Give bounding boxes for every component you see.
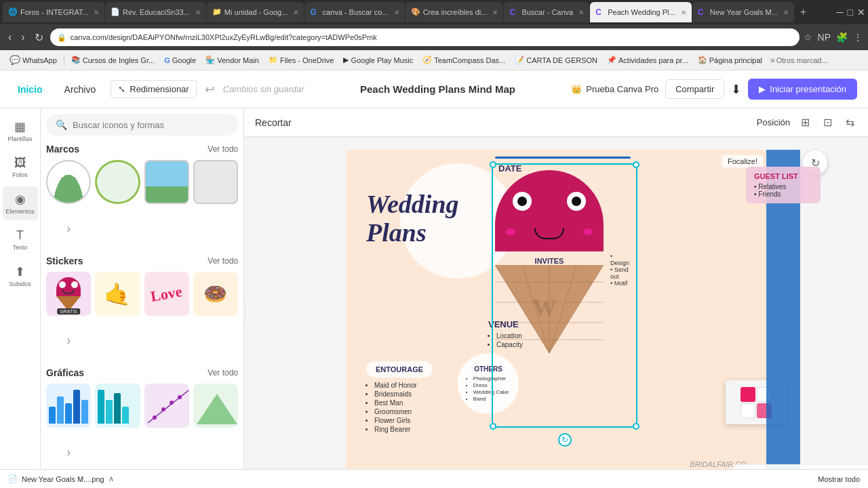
bookmark-teamcompass[interactable]: 🧭 TeamCompass Das... bbox=[418, 54, 509, 66]
puzzle-piece-3 bbox=[741, 403, 755, 418]
grafica-bar-2[interactable] bbox=[95, 384, 140, 428]
tab-3[interactable]: 📁 Mi unidad - Goog... ✕ bbox=[207, 2, 304, 22]
tab-5[interactable]: 🎨 Crea increíbles di... ✕ bbox=[406, 2, 504, 22]
rotate-handle[interactable]: ↻ bbox=[558, 433, 572, 447]
handle-br[interactable] bbox=[633, 423, 639, 430]
marcos-grid: › bbox=[46, 160, 238, 249]
search-input[interactable] bbox=[73, 120, 229, 130]
sticker-love[interactable]: Love bbox=[144, 272, 189, 316]
sidebar-item-elementos[interactable]: ◉ Elementos bbox=[3, 186, 38, 220]
tab-2-close[interactable]: ✕ bbox=[195, 9, 201, 16]
tab-3-close[interactable]: ✕ bbox=[293, 9, 298, 16]
reload-button[interactable]: ↻ bbox=[32, 30, 46, 45]
wedding-canvas[interactable]: Wedding Plans Focalize! DATE GUEST LIST … bbox=[346, 150, 766, 475]
search-icon: 🔍 bbox=[56, 119, 67, 130]
grid-icon[interactable]: ⊞ bbox=[798, 113, 812, 131]
elements-panel: 🔍 Marcos Ver todo › Stickers bbox=[41, 108, 244, 488]
browser-menu-icon[interactable]: ⋮ bbox=[853, 32, 863, 43]
bookmark-cursos[interactable]: 📚 Cursos de Ingles Gr... bbox=[67, 54, 159, 66]
bookmark-files[interactable]: 📁 Files - OneDrive bbox=[264, 54, 338, 66]
sidebar-item-plantillas[interactable]: ▦ Plantillas bbox=[3, 114, 38, 148]
bookmark-whatsapp[interactable]: 💬 WhatsApp bbox=[5, 54, 61, 66]
extensions-icon[interactable]: 🧩 bbox=[836, 32, 848, 43]
tab-6-close[interactable]: ✕ bbox=[578, 9, 584, 16]
marcos-ver-todo[interactable]: Ver todo bbox=[208, 144, 238, 154]
sidebar-item-texto[interactable]: T Texto bbox=[3, 223, 38, 256]
posicion-button[interactable]: Posición bbox=[757, 117, 790, 127]
marco-item-4[interactable] bbox=[193, 160, 238, 204]
actividades-icon: 📌 bbox=[607, 56, 616, 64]
tab-7-close[interactable]: ✕ bbox=[681, 9, 686, 16]
bookmarks-bar: 💬 WhatsApp 📚 Cursos de Ingles Gr... G Go… bbox=[0, 50, 868, 70]
marco-item-3[interactable] bbox=[144, 160, 189, 204]
grafica-scatter[interactable] bbox=[144, 384, 189, 428]
sticker-monster[interactable]: GRATIS bbox=[46, 272, 91, 316]
bookmarks-more-icon[interactable]: » bbox=[770, 56, 775, 65]
graficas-ver-todo[interactable]: Ver todo bbox=[208, 368, 238, 378]
profile-icon[interactable]: NP bbox=[818, 32, 831, 43]
tab-5-close[interactable]: ✕ bbox=[492, 9, 498, 16]
entourage-label: ENTOURAGE bbox=[376, 365, 423, 373]
minimize-icon[interactable]: ─ bbox=[837, 7, 844, 18]
back-button[interactable]: ‹ bbox=[5, 30, 14, 45]
bookmark-carta[interactable]: 📝 CARTA DE GERSON bbox=[511, 54, 601, 66]
download-button[interactable]: ⬇ bbox=[731, 82, 741, 97]
crop-tool-icon[interactable]: ⊡ bbox=[821, 113, 835, 131]
search-box[interactable]: 🔍 bbox=[46, 114, 238, 136]
bookmarks-more-label: Otros marcad... bbox=[776, 56, 828, 64]
bottom-close-button[interactable]: ∧ bbox=[108, 474, 114, 483]
tab-8[interactable]: C New Year Goals M... ✕ bbox=[692, 2, 794, 22]
forward-button[interactable]: › bbox=[18, 30, 27, 45]
sidebar-item-fotos[interactable]: 🖼 Fotos bbox=[3, 150, 38, 184]
undo-button[interactable]: ↩ bbox=[205, 82, 215, 97]
stickers-ver-todo[interactable]: Ver todo bbox=[208, 256, 238, 266]
handle-tr[interactable] bbox=[633, 161, 639, 168]
close-window-icon[interactable]: ✕ bbox=[857, 7, 865, 18]
texto-icon: T bbox=[16, 228, 24, 243]
marco-item-2[interactable] bbox=[95, 160, 140, 204]
grafica-bar-1[interactable] bbox=[46, 384, 91, 428]
tab-1[interactable]: 🌐 Foros - INTEGRAT... ✕ bbox=[3, 2, 104, 22]
new-tab-button[interactable]: + bbox=[795, 6, 812, 18]
collapse-panel-button[interactable]: ‹ bbox=[244, 300, 245, 325]
archivo-button[interactable]: Archivo bbox=[58, 80, 103, 99]
compartir-button[interactable]: Compartir bbox=[665, 79, 724, 99]
stickers-next-arrow[interactable]: › bbox=[46, 320, 91, 361]
graficas-next-arrow[interactable]: › bbox=[46, 432, 91, 472]
flip-icon[interactable]: ⇆ bbox=[843, 113, 857, 131]
bookmark-pagina[interactable]: 🏠 Página principal bbox=[694, 54, 766, 66]
handle-bl[interactable] bbox=[490, 423, 496, 430]
tab-8-close[interactable]: ✕ bbox=[783, 9, 789, 16]
tab-4-close[interactable]: ✕ bbox=[394, 9, 399, 16]
mostrar-todo-button[interactable]: Mostrar todo bbox=[818, 475, 860, 483]
grafica-triangle[interactable] bbox=[193, 384, 238, 428]
tab-1-close[interactable]: ✕ bbox=[94, 9, 99, 16]
address-bar[interactable]: 🔒 canva.com/design/DAEAiPYONfw/rnziL30XP… bbox=[50, 28, 800, 46]
inicio-button[interactable]: Inicio bbox=[11, 80, 50, 99]
bookmark-actividades[interactable]: 📌 Actividades para pr... bbox=[603, 54, 692, 66]
maximize-icon[interactable]: □ bbox=[848, 7, 853, 18]
marcos-next-arrow[interactable]: › bbox=[46, 208, 91, 249]
bookmark-star-icon[interactable]: ☆ bbox=[804, 32, 812, 43]
plans-word: Plans bbox=[366, 219, 459, 247]
handle-tl[interactable] bbox=[490, 161, 496, 168]
bookmark-vendor[interactable]: 🏪 Vendor Main bbox=[201, 54, 263, 66]
tab-6[interactable]: C Buscar - Canva ✕ bbox=[504, 2, 589, 22]
sidebar-item-subidos[interactable]: ⬆ Subidos bbox=[3, 259, 38, 293]
sticker-hand[interactable]: 🤙 bbox=[95, 272, 140, 316]
gratis-badge: GRATIS bbox=[57, 308, 80, 314]
tab-4[interactable]: G canva - Buscar co... ✕ bbox=[304, 2, 404, 22]
canvas-content[interactable]: ‹ Wedding Plans Focalize! DATE bbox=[244, 137, 868, 488]
redimensionar-button[interactable]: ⤡ Redimensionar bbox=[111, 80, 196, 98]
prueba-canva-pro-button[interactable]: 👑 Prueba Canva Pro bbox=[571, 84, 658, 94]
resize-icon: ⤡ bbox=[118, 84, 125, 94]
tab-7[interactable]: C Peach Wedding Pl... ✕ bbox=[590, 2, 691, 22]
document-title: Peach Wedding Plans Mind Map bbox=[313, 83, 564, 95]
sticker-donut[interactable]: 🍩 bbox=[193, 272, 238, 316]
bookmark-gplay[interactable]: ▶ Google Play Music bbox=[339, 54, 417, 66]
marco-item-1[interactable] bbox=[46, 160, 91, 204]
bookmark-google[interactable]: G Google bbox=[160, 55, 200, 66]
ice-cream-selection-area[interactable]: ↻ bbox=[492, 163, 637, 428]
tab-2[interactable]: 📄 Rev. EducaciSn33... ✕ bbox=[105, 2, 206, 22]
iniciar-presentacion-button[interactable]: ▶ Iniciar presentación bbox=[748, 79, 857, 100]
